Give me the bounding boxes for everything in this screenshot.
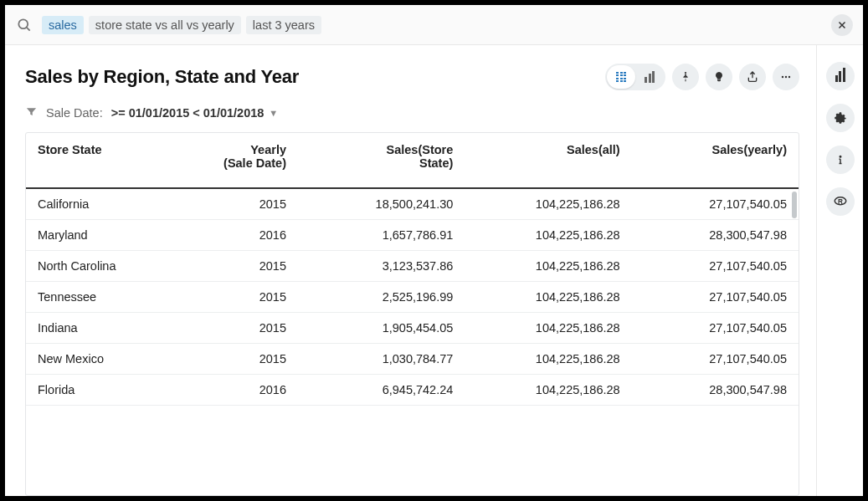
cell-sales-yearly: 28,300,547.98 xyxy=(632,375,799,406)
explore-button[interactable] xyxy=(826,62,855,90)
info-icon xyxy=(833,152,848,167)
search-chip[interactable]: last 3 years xyxy=(246,16,321,34)
toolbar xyxy=(605,64,799,90)
cell-sales-all: 104,225,186.28 xyxy=(465,251,631,282)
column-header[interactable]: Sales(all) xyxy=(465,133,631,188)
column-header[interactable]: Store State xyxy=(26,133,172,188)
info-button[interactable] xyxy=(826,146,855,174)
cell-sales-state: 1,905,454.05 xyxy=(298,313,465,344)
share-icon xyxy=(746,70,759,84)
svg-line-1 xyxy=(27,27,30,30)
cell-sales-yearly: 27,107,540.05 xyxy=(632,282,799,313)
cell-year: 2015 xyxy=(172,282,298,313)
column-header[interactable]: Sales(StoreState) xyxy=(298,133,465,188)
search-bar: sales store state vs all vs yearly last … xyxy=(5,5,863,45)
table-view-button[interactable] xyxy=(607,65,635,89)
column-header[interactable]: Sales(yearly) xyxy=(632,133,799,188)
table-row[interactable]: Maryland20161,657,786.91104,225,186.2828… xyxy=(26,220,799,251)
filter-icon xyxy=(25,105,38,120)
r-analysis-button[interactable]: R xyxy=(826,187,855,216)
cell-state: California xyxy=(26,188,172,220)
chevron-down-icon: ▼ xyxy=(269,108,278,118)
cell-year: 2016 xyxy=(172,220,298,251)
table-row[interactable]: Indiana20151,905,454.05104,225,186.2827,… xyxy=(26,313,799,344)
search-icon xyxy=(15,16,33,34)
filter-value-text: >= 01/01/2015 < 01/01/2018 xyxy=(111,106,265,120)
cell-year: 2016 xyxy=(172,375,298,406)
cell-state: Indiana xyxy=(26,313,172,344)
table-row[interactable]: Florida20166,945,742.24104,225,186.2828,… xyxy=(26,375,799,406)
cell-sales-state: 2,525,196.99 xyxy=(298,282,465,313)
svg-point-5 xyxy=(785,76,787,78)
search-chip[interactable]: sales xyxy=(42,16,84,34)
chart-icon xyxy=(835,70,845,82)
chart-icon xyxy=(645,71,655,83)
filter-dropdown[interactable]: >= 01/01/2015 < 01/01/2018 ▼ xyxy=(111,106,279,120)
chart-view-button[interactable] xyxy=(635,65,664,89)
clear-search-button[interactable] xyxy=(831,14,853,36)
table-row[interactable]: New Mexico20151,030,784.77104,225,186.28… xyxy=(26,344,799,375)
cell-sales-state: 6,945,742.24 xyxy=(298,375,465,406)
page-title: Sales by Region, State and Year xyxy=(25,66,299,88)
column-header[interactable]: Yearly(Sale Date) xyxy=(172,133,298,188)
search-chip[interactable]: store state vs all vs yearly xyxy=(89,16,241,34)
view-toggle xyxy=(605,64,665,90)
gear-icon xyxy=(833,110,848,125)
cell-sales-all: 104,225,186.28 xyxy=(465,313,631,344)
more-icon xyxy=(779,70,793,84)
data-table: Store State Yearly(Sale Date) Sales(Stor… xyxy=(25,132,799,496)
filter-bar: Sale Date: >= 01/01/2015 < 01/01/2018 ▼ xyxy=(25,105,799,120)
cell-year: 2015 xyxy=(172,313,298,344)
cell-state: Tennessee xyxy=(26,282,172,313)
cell-sales-all: 104,225,186.28 xyxy=(465,375,631,406)
cell-year: 2015 xyxy=(172,251,298,282)
insight-button[interactable] xyxy=(706,64,732,90)
table-row[interactable]: North Carolina20153,123,537.86104,225,18… xyxy=(26,251,799,282)
svg-text:R: R xyxy=(838,198,843,206)
cell-sales-yearly: 28,300,547.98 xyxy=(632,220,799,251)
cell-year: 2015 xyxy=(172,188,298,220)
cell-sales-all: 104,225,186.28 xyxy=(465,188,631,220)
pin-button[interactable] xyxy=(672,64,699,90)
cell-state: Maryland xyxy=(26,220,172,251)
svg-point-0 xyxy=(18,19,28,28)
share-button[interactable] xyxy=(739,64,766,90)
filter-label: Sale Date: xyxy=(46,106,103,120)
svg-point-4 xyxy=(782,76,783,78)
more-button[interactable] xyxy=(773,64,799,90)
r-icon: R xyxy=(833,194,848,209)
search-input[interactable]: sales store state vs all vs yearly last … xyxy=(42,16,831,34)
cell-year: 2015 xyxy=(172,344,298,375)
cell-state: Florida xyxy=(26,375,172,406)
table-row[interactable]: California201518,500,241.30104,225,186.2… xyxy=(26,188,799,220)
cell-sales-state: 1,030,784.77 xyxy=(298,344,465,375)
side-rail: R xyxy=(816,45,863,496)
cell-sales-state: 1,657,786.91 xyxy=(298,220,465,251)
table-row[interactable]: Tennessee20152,525,196.99104,225,186.282… xyxy=(26,282,799,313)
cell-sales-yearly: 27,107,540.05 xyxy=(632,251,799,282)
cell-sales-state: 18,500,241.30 xyxy=(298,188,465,220)
pin-icon xyxy=(679,70,692,84)
lightbulb-icon xyxy=(712,70,726,84)
cell-sales-all: 104,225,186.28 xyxy=(465,282,631,313)
svg-point-6 xyxy=(788,76,790,78)
cell-state: North Carolina xyxy=(26,251,172,282)
settings-button[interactable] xyxy=(826,104,855,132)
scrollbar-thumb[interactable] xyxy=(792,192,797,218)
svg-point-7 xyxy=(840,156,841,158)
cell-state: New Mexico xyxy=(26,344,172,375)
table-icon xyxy=(616,72,626,83)
cell-sales-all: 104,225,186.28 xyxy=(465,344,631,375)
cell-sales-yearly: 27,107,540.05 xyxy=(632,344,799,375)
cell-sales-yearly: 27,107,540.05 xyxy=(632,313,799,344)
cell-sales-state: 3,123,537.86 xyxy=(298,251,465,282)
cell-sales-all: 104,225,186.28 xyxy=(465,220,631,251)
cell-sales-yearly: 27,107,540.05 xyxy=(632,188,799,220)
